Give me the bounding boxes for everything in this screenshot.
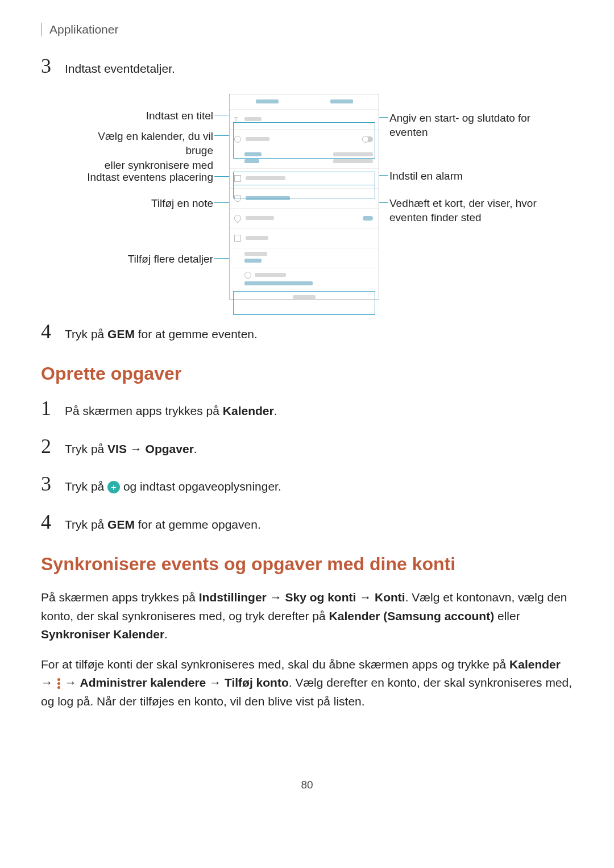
step-text: Tryk på VIS → Opgaver. — [65, 440, 197, 458]
heading-create-tasks: Oprette opgaver — [41, 363, 573, 384]
task-step-2: 2 Tryk på VIS → Opgaver. — [41, 436, 573, 458]
calendar-event-mock-screen: T — [229, 94, 379, 300]
label-set-dates: Angiv en start- og slutdato for eventen — [389, 111, 549, 140]
mock-repeat-row — [230, 248, 379, 268]
mock-dates-row — [230, 149, 379, 168]
mock-map-badge — [363, 216, 373, 221]
label-add-note: Tilføj en note — [77, 196, 213, 211]
step-text: Indtast eventdetaljer. — [65, 60, 175, 78]
more-options-icon — [56, 677, 61, 690]
sync-paragraph-2: For at tilføje konti der skal synkronise… — [41, 655, 573, 711]
mock-cancel-button — [256, 99, 279, 103]
mock-calendar-row — [230, 129, 379, 149]
step-number: 4 — [41, 512, 65, 532]
step-text: Tryk på GEM for at gemme eventen. — [65, 325, 258, 343]
step-number: 3 — [41, 56, 65, 76]
label-attach-map: Vedhæft et kort, der viser, hvor eventen… — [389, 196, 549, 225]
event-details-diagram: Indtast en titel Vælg en kalender, du vi… — [43, 94, 571, 304]
step-number: 2 — [41, 436, 65, 456]
mock-title-row: T — [230, 109, 379, 129]
mock-alarm-prefix-row — [230, 168, 379, 188]
step-number: 3 — [41, 474, 65, 494]
sync-paragraph-1: På skærmen apps trykkes på Indstillinger… — [41, 588, 573, 644]
step-text: Tryk på + og indtast opgaveoplysninger. — [65, 477, 281, 496]
task-step-1: 1 På skærmen apps trykkes på Kalender. — [41, 398, 573, 420]
task-step-4: 4 Tryk på GEM for at gemme opgaven. — [41, 512, 573, 534]
label-choose-calendar: Vælg en kalender, du vil bruge eller syn… — [77, 129, 213, 173]
mock-timezone-row — [230, 268, 379, 289]
mock-more-section — [230, 289, 379, 323]
plus-icon: + — [107, 481, 120, 493]
step-number: 1 — [41, 398, 65, 418]
mock-note-row — [230, 228, 379, 248]
task-step-3: 3 Tryk på + og indtast opgaveoplysninger… — [41, 474, 573, 496]
page-number: 80 — [41, 779, 573, 791]
step-text: På skærmen apps trykkes på Kalender. — [65, 402, 277, 420]
mock-alarm-row — [230, 188, 379, 208]
label-set-alarm: Indstil en alarm — [389, 169, 549, 184]
mock-location-row — [230, 208, 379, 228]
breadcrumb: Applikationer — [49, 23, 118, 36]
label-enter-title: Indtast en titel — [77, 109, 213, 123]
heading-sync-accounts: Synkronisere events og opgaver med dine … — [41, 554, 573, 575]
step-text: Tryk på GEM for at gemme opgaven. — [65, 516, 261, 534]
label-add-more-details: Tilføj flere detaljer — [77, 252, 213, 267]
mock-allday-toggle — [363, 136, 373, 142]
step-number: 4 — [41, 321, 65, 342]
mock-save-button — [330, 99, 353, 103]
step-4-save-event: 4 Tryk på GEM for at gemme eventen. — [41, 321, 573, 343]
step-3-enter-details: 3 Indtast eventdetaljer. — [41, 56, 573, 78]
label-enter-location: Indtast eventens placering — [77, 170, 213, 185]
